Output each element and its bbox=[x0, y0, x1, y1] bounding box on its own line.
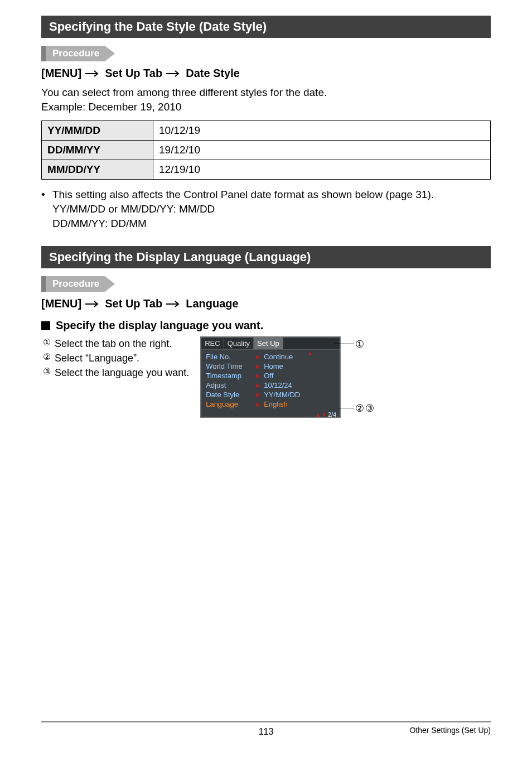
note-line2: YY/MM/DD or MM/DD/YY: MM/DD bbox=[52, 203, 215, 215]
step-number-icon: ② bbox=[41, 351, 52, 362]
procedure-tag-row: Procedure bbox=[41, 276, 491, 292]
table-row: MM/DD/YY 12/19/10 bbox=[42, 160, 491, 180]
step-row: ③ Select the language you want. bbox=[41, 365, 189, 380]
arrow-icon bbox=[85, 70, 101, 78]
procedure-tag: Procedure bbox=[46, 276, 105, 292]
callout-line bbox=[337, 408, 354, 408]
camera-menu-body: ▲ File No. ▶ Continue World Time ▶ Home bbox=[201, 350, 340, 417]
arrow-icon bbox=[85, 300, 101, 308]
triangle-icon: ▶ bbox=[256, 392, 260, 398]
camera-menu-row[interactable]: Adjust ▶ 10/12/24 bbox=[206, 380, 335, 390]
nav-menu: [MENU] bbox=[41, 297, 81, 310]
camera-row-value: YY/MM/DD bbox=[264, 390, 300, 399]
nav-language: Language bbox=[186, 297, 238, 310]
callout-2: ② bbox=[355, 402, 364, 414]
arrow-icon bbox=[166, 70, 182, 78]
camera-row-label: Date Style bbox=[206, 390, 253, 399]
square-bullet-icon bbox=[41, 321, 50, 330]
camera-row-value: Continue bbox=[264, 353, 293, 361]
section-title-language: Specifying the Display Language (Languag… bbox=[41, 246, 491, 268]
nav-path-language: [MENU] Set Up Tab Language bbox=[41, 297, 491, 310]
note-line3: DD/MM/YY: DD/MM bbox=[52, 218, 147, 229]
bullet-dot: • bbox=[41, 187, 52, 230]
nav-path-date-style: [MENU] Set Up Tab Date Style bbox=[41, 67, 491, 80]
procedure-tag: Procedure bbox=[46, 46, 105, 61]
procedure-tag-row: Procedure bbox=[41, 46, 491, 61]
camera-menu-row[interactable]: Date Style ▶ YY/MM/DD bbox=[206, 390, 335, 399]
procedure-mark bbox=[41, 276, 46, 292]
camera-row-label: World Time bbox=[206, 362, 253, 370]
camera-row-label: File No. bbox=[206, 353, 253, 361]
callout-line bbox=[334, 344, 354, 344]
camera-row-value: Off bbox=[264, 372, 273, 380]
page-footer: 113 Other Settings (Set Up) bbox=[41, 721, 491, 735]
camera-row-label: Timestamp bbox=[206, 372, 253, 380]
step-row: ② Select “Language”. bbox=[41, 351, 189, 365]
note-line1: This setting also affects the Control Pa… bbox=[52, 189, 434, 200]
subhead-row: Specify the display language you want. bbox=[41, 319, 491, 332]
fmt-cell: YY/MM/DD bbox=[42, 121, 153, 141]
camera-page-indicator: ▲▼2/4 bbox=[315, 411, 336, 418]
step-number-icon: ① bbox=[41, 336, 52, 348]
camera-tab-rec[interactable]: REC bbox=[201, 337, 224, 349]
date-style-intro: You can select from among three differen… bbox=[41, 85, 491, 114]
nav-setup-tab: Set Up Tab bbox=[105, 297, 162, 310]
triangle-icon: ▶ bbox=[256, 382, 260, 388]
camera-row-value: English bbox=[264, 400, 288, 408]
step-text: Select the tab on the right. bbox=[55, 336, 172, 351]
camera-row-value: Home bbox=[264, 362, 283, 370]
procedure-mark bbox=[41, 46, 46, 61]
subhead-text: Specify the display language you want. bbox=[56, 319, 263, 332]
fmt-cell: DD/MM/YY bbox=[42, 141, 153, 160]
camera-tabs: REC Quality Set Up bbox=[201, 337, 340, 350]
page-number: 113 bbox=[41, 727, 491, 737]
triangle-icon: ▶ bbox=[256, 373, 260, 379]
fmt-cell: MM/DD/YY bbox=[42, 160, 153, 180]
date-format-table: YY/MM/DD 10/12/19 DD/MM/YY 19/12/10 MM/D… bbox=[41, 120, 491, 180]
date-style-note: • This setting also affects the Control … bbox=[41, 187, 491, 230]
camera-row-value: 10/12/24 bbox=[264, 381, 292, 389]
scroll-up-icon[interactable]: ▲ bbox=[307, 350, 313, 356]
table-row: DD/MM/YY 19/12/10 bbox=[42, 141, 491, 160]
camera-row-label: Adjust bbox=[206, 381, 253, 389]
ex-cell: 10/12/19 bbox=[153, 121, 491, 141]
triangle-icon: ▶ bbox=[256, 354, 260, 360]
step-number-icon: ③ bbox=[41, 365, 52, 377]
triangle-icon: ▶ bbox=[256, 401, 260, 407]
camera-menu-row[interactable]: World Time ▶ Home bbox=[206, 361, 335, 371]
camera-screenshot: REC Quality Set Up ▲ File No. ▶ Continue… bbox=[200, 336, 367, 418]
table-row: YY/MM/DD 10/12/19 bbox=[42, 121, 491, 141]
camera-row-label: Language bbox=[206, 400, 253, 408]
arrow-icon bbox=[166, 300, 182, 308]
step-row: ① Select the tab on the right. bbox=[41, 336, 189, 351]
camera-menu-row-selected[interactable]: Language ▶ English bbox=[206, 399, 335, 409]
step-text: Select “Language”. bbox=[55, 351, 139, 365]
section-title-date-style: Specifying the Date Style (Date Style) bbox=[41, 16, 491, 38]
callout-3: ③ bbox=[365, 402, 374, 414]
camera-screen: REC Quality Set Up ▲ File No. ▶ Continue… bbox=[200, 336, 341, 418]
camera-menu-row[interactable]: Timestamp ▶ Off bbox=[206, 371, 335, 380]
nav-setup-tab: Set Up Tab bbox=[105, 67, 162, 80]
language-steps: ① Select the tab on the right. ② Select … bbox=[41, 336, 189, 380]
step-text: Select the language you want. bbox=[55, 365, 189, 380]
camera-tab-quality[interactable]: Quality bbox=[224, 337, 254, 349]
camera-tab-setup[interactable]: Set Up bbox=[254, 337, 283, 349]
nav-menu: [MENU] bbox=[41, 67, 81, 80]
triangle-icon: ▶ bbox=[256, 363, 260, 369]
ex-cell: 19/12/10 bbox=[153, 141, 491, 160]
nav-date-style: Date Style bbox=[186, 67, 240, 80]
callout-1: ① bbox=[355, 338, 364, 350]
intro-line1: You can select from among three differen… bbox=[41, 86, 327, 98]
ex-cell: 12/19/10 bbox=[153, 160, 491, 180]
camera-menu-row[interactable]: File No. ▶ Continue bbox=[206, 352, 335, 361]
intro-line2: Example: December 19, 2010 bbox=[41, 101, 181, 113]
